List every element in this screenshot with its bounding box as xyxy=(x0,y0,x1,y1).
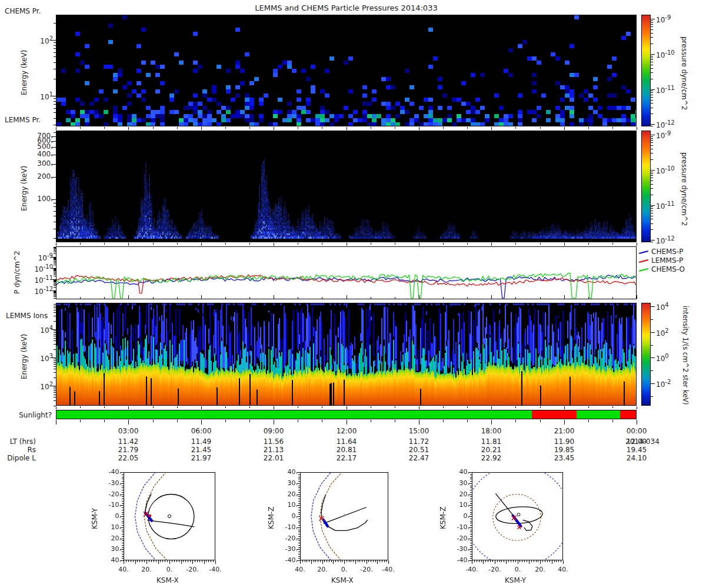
colorbar1-label: pressure dyne/cm^2 xyxy=(680,36,688,110)
orbit-y-tick xyxy=(122,534,124,534)
p1-y-tick xyxy=(54,104,56,105)
panel-bottom-tick xyxy=(395,127,395,129)
ephemeris-value: 21.45 xyxy=(184,446,219,454)
orbit-x-tick xyxy=(315,560,316,562)
p3-y-tick xyxy=(54,276,56,276)
orbit-x-tick xyxy=(497,560,498,562)
cb1-tick xyxy=(651,24,653,25)
p2-y-tick xyxy=(54,222,56,222)
pressure-plot-bottom-tick xyxy=(612,297,613,299)
orbit-x-tick xyxy=(146,560,147,564)
panel-bottom-tick xyxy=(419,406,419,409)
cb1-tick xyxy=(651,100,653,101)
time-label: 06:00 xyxy=(184,427,219,435)
panel-bottom-tick xyxy=(225,127,226,129)
orbit-x-axis-label: KSM-X xyxy=(156,576,179,584)
pressure-plot-bottom-tick xyxy=(491,295,492,299)
pressure-plot-bottom-tick xyxy=(540,297,541,299)
orbit-x-tick xyxy=(213,560,214,562)
orbit-y-tick xyxy=(298,490,300,490)
orbit-y-axis-label: KSM-Y xyxy=(91,508,99,529)
time-label: 18:00 xyxy=(474,427,509,435)
panel-bottom-tick xyxy=(177,127,178,129)
orbit-x-tick xyxy=(176,560,177,562)
panel-bottom-tick xyxy=(347,243,347,246)
cb2-tick xyxy=(651,188,653,189)
panel-bottom-tick xyxy=(225,243,226,245)
orbit-x-tick xyxy=(162,560,163,562)
p2-y-tick xyxy=(54,132,56,133)
pressure-plot-bottom-tick xyxy=(467,297,468,299)
cb2-tick xyxy=(651,140,653,141)
cb2-tick xyxy=(651,149,653,149)
panel-bottom-tick xyxy=(564,406,565,409)
orbit-x-tick xyxy=(540,560,541,564)
p3-y-tick xyxy=(54,259,56,260)
hour-tick xyxy=(491,420,492,425)
panel-bottom-tick xyxy=(153,243,154,245)
cb4-tick xyxy=(651,306,655,307)
orbit-y-tick-label: 40. xyxy=(273,468,298,476)
orbit-y-tick xyxy=(470,487,472,488)
cb1-tick xyxy=(651,95,653,95)
cb2-tick xyxy=(651,136,653,137)
orbit-y-tick-label: 40. xyxy=(96,556,121,564)
orbit-y-tick-label: -10. xyxy=(273,523,298,531)
cb2-tick xyxy=(651,135,655,135)
cb2-tick xyxy=(651,240,655,240)
pressure-colorbar-2 xyxy=(641,131,651,242)
cb1-tick xyxy=(651,108,653,108)
panel-bottom-tick xyxy=(225,406,226,408)
panel-bottom-tick xyxy=(419,127,419,130)
cb1-tick xyxy=(651,22,653,23)
p3-y-tick xyxy=(54,270,56,271)
orbit-y-tick xyxy=(298,540,300,541)
orbit-x-tick xyxy=(358,560,358,562)
ephemeris-value: 22.47 xyxy=(401,454,437,462)
panel-bottom-tick xyxy=(540,127,541,129)
panel-bottom-tick xyxy=(515,406,516,408)
panel-bottom-tick xyxy=(274,406,274,409)
orbit-x-tick xyxy=(488,560,488,562)
p3-y-tick xyxy=(54,283,56,283)
orbit-x-tick xyxy=(139,560,140,562)
orbit-y-tick xyxy=(122,481,124,482)
orbit-y-tick xyxy=(122,490,124,490)
orbit-y-tick xyxy=(298,512,300,513)
orbit-y-tick-label: 30. xyxy=(96,545,121,553)
p4-y-tick xyxy=(54,372,56,373)
hour-tick xyxy=(274,420,274,425)
p1-y-tick xyxy=(54,69,56,69)
orbit-x-tick xyxy=(156,560,156,562)
orbit-y-tick xyxy=(122,540,124,541)
hour-tick xyxy=(322,420,322,422)
orbit-x-tick xyxy=(167,560,168,562)
cb1-tick xyxy=(651,44,653,44)
p1-y-tick xyxy=(54,101,56,102)
orbit-x-tick xyxy=(202,560,202,562)
cb1-tick xyxy=(651,26,653,27)
panel-bottom-tick xyxy=(515,243,516,245)
p4-y-tick xyxy=(54,392,56,393)
pressure-plot-bottom-tick xyxy=(371,297,371,299)
cb2-tick xyxy=(651,242,653,242)
ephemeris-value: 22.17 xyxy=(329,454,364,462)
orbit-x-tick xyxy=(524,560,525,562)
orbit-y-tick xyxy=(470,490,472,490)
p3-y-tick xyxy=(54,262,56,262)
orbit-plot-orbit_yz xyxy=(472,472,563,560)
orbit-y-tick xyxy=(470,540,472,541)
ephemeris-value: 11.90 xyxy=(547,437,582,446)
panel-bottom-tick xyxy=(371,127,371,129)
orbit-x-tick xyxy=(172,560,172,562)
panel-bottom-tick xyxy=(612,406,613,408)
cb4-tick xyxy=(651,345,653,346)
panel-bottom-tick xyxy=(80,406,81,408)
p1-y-tick-label: 102 xyxy=(24,35,53,45)
cb2-tick xyxy=(651,138,653,139)
pressure-plot-bottom-tick xyxy=(225,297,226,299)
ephemeris-value: 11.42 xyxy=(111,437,146,446)
orbit-x-tick xyxy=(382,560,382,562)
orbit-y-tick xyxy=(122,496,124,497)
orbit-y-tick xyxy=(122,475,124,475)
